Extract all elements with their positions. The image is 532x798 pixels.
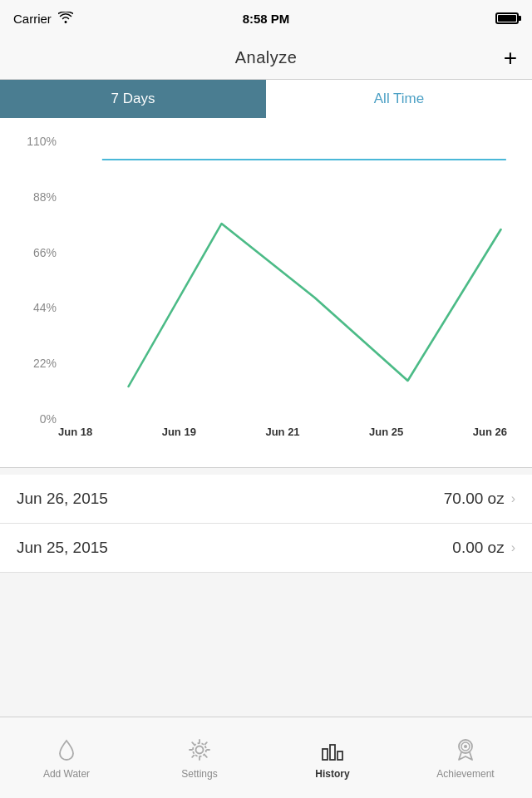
water-drop-icon bbox=[53, 736, 80, 763]
tab-add-water[interactable]: Add Water bbox=[0, 717, 133, 798]
list-item-right-0: 70.00 oz › bbox=[444, 490, 515, 508]
x-label-jun21: Jun 21 bbox=[265, 426, 299, 438]
list-section: Jun 26, 2015 70.00 oz › Jun 25, 2015 0.0… bbox=[0, 475, 532, 573]
svg-point-8 bbox=[464, 745, 467, 748]
x-label-jun26: Jun 26 bbox=[473, 426, 507, 438]
y-label-22: 22% bbox=[33, 357, 57, 370]
nav-bar: Analyze + bbox=[0, 37, 532, 80]
chart-x-labels: Jun 18 Jun 19 Jun 21 Jun 25 Jun 26 bbox=[58, 417, 524, 438]
chart-area bbox=[58, 135, 524, 417]
x-label-jun19: Jun 19 bbox=[162, 426, 196, 438]
gear-icon bbox=[186, 736, 213, 763]
list-item-date-0: Jun 26, 2015 bbox=[17, 490, 108, 508]
list-item-date-1: Jun 25, 2015 bbox=[17, 539, 108, 557]
battery-icon bbox=[495, 12, 519, 24]
svg-point-2 bbox=[193, 743, 206, 756]
tab-label-history: History bbox=[315, 768, 349, 780]
wifi-icon bbox=[58, 12, 73, 26]
divider-top bbox=[0, 467, 532, 468]
tab-history[interactable]: History bbox=[266, 717, 399, 798]
bar-chart-icon bbox=[319, 736, 346, 763]
tab-bar: Add Water Settings History bbox=[0, 717, 532, 798]
list-item-right-1: 0.00 oz › bbox=[452, 539, 515, 557]
segment-control: 7 Days All Time bbox=[0, 80, 532, 118]
y-label-0: 0% bbox=[40, 412, 57, 426]
list-item-value-1: 0.00 oz bbox=[452, 539, 504, 557]
y-label-44: 44% bbox=[33, 301, 57, 314]
status-bar-left: Carrier bbox=[13, 12, 73, 26]
tab-label-add-water: Add Water bbox=[43, 768, 90, 780]
tab-label-settings: Settings bbox=[181, 768, 217, 780]
achievement-icon bbox=[452, 736, 479, 763]
y-label-110: 110% bbox=[27, 135, 57, 148]
status-bar: Carrier 8:58 PM bbox=[0, 0, 532, 37]
list-item[interactable]: Jun 26, 2015 70.00 oz › bbox=[0, 475, 532, 524]
tab-achievement[interactable]: Achievement bbox=[399, 717, 532, 798]
segment-7days[interactable]: 7 Days bbox=[0, 80, 266, 118]
svg-rect-3 bbox=[323, 749, 328, 760]
status-bar-time: 8:58 PM bbox=[243, 12, 290, 26]
list-item-1[interactable]: Jun 25, 2015 0.00 oz › bbox=[0, 524, 532, 573]
add-button[interactable]: + bbox=[504, 47, 517, 70]
chart-y-labels: 110% 88% 66% 44% 22% 0% bbox=[8, 135, 57, 426]
tab-label-achievement: Achievement bbox=[436, 768, 494, 780]
nav-title: Analyze bbox=[235, 48, 298, 67]
list-item-value-0: 70.00 oz bbox=[444, 490, 505, 508]
chevron-right-icon-1: › bbox=[511, 540, 515, 555]
svg-rect-5 bbox=[337, 751, 342, 760]
status-bar-right bbox=[495, 12, 519, 24]
y-label-66: 66% bbox=[33, 246, 57, 259]
y-label-88: 88% bbox=[33, 190, 57, 204]
chart-container: 110% 88% 66% 44% 22% 0% Jun 18 Jun 19 Ju… bbox=[0, 118, 532, 467]
tab-settings[interactable]: Settings bbox=[133, 717, 266, 798]
x-label-jun18: Jun 18 bbox=[58, 426, 92, 438]
segment-alltime[interactable]: All Time bbox=[266, 80, 532, 118]
carrier-label: Carrier bbox=[13, 12, 52, 26]
chevron-right-icon-0: › bbox=[511, 491, 515, 506]
x-label-jun25: Jun 25 bbox=[369, 426, 403, 438]
svg-rect-4 bbox=[330, 745, 335, 760]
svg-point-1 bbox=[196, 746, 204, 753]
